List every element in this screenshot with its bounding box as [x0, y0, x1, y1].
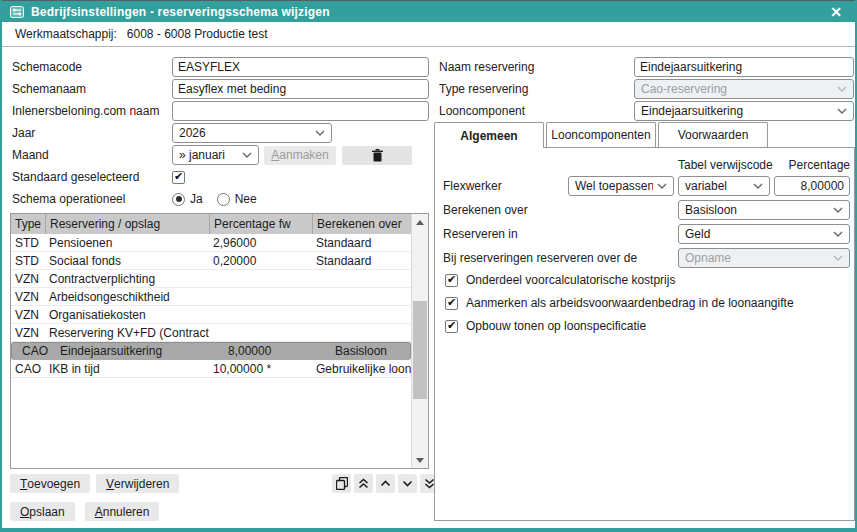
col-percentage: Percentage fw [209, 214, 312, 234]
radio-nee[interactable] [217, 193, 230, 206]
trash-icon [372, 149, 383, 162]
werkmaatschappij-label: Werkmaatschappij: [15, 27, 117, 41]
tab-looncomponenten[interactable]: Looncomponenten [546, 122, 656, 147]
schemacode-input[interactable] [172, 57, 429, 77]
copy-button[interactable] [332, 474, 351, 493]
reserveren-in-label: Reserveren in [443, 227, 678, 241]
schemanaam-input[interactable] [172, 79, 429, 99]
radio-ja[interactable] [172, 193, 185, 206]
reserveren-over-value: Opname [685, 251, 829, 265]
berekenen-over-label: Berekenen over [443, 203, 678, 217]
reserveringen-table: Type Reservering / opslag Percentage fw … [10, 213, 429, 469]
move-up-button[interactable] [376, 474, 395, 493]
verwijscode-select[interactable]: variabel [678, 176, 770, 196]
percentage-input[interactable] [774, 176, 850, 196]
algemeen-panel: Tabel verwijscode Percentage Flexwerker … [434, 147, 855, 521]
table-row[interactable]: VZNReservering KV+FD (Contract... [11, 324, 411, 342]
percentage-column-header: Percentage [774, 158, 850, 172]
chevron-down-icon [833, 231, 843, 237]
move-top-button[interactable] [354, 474, 373, 493]
delete-month-button[interactable] [342, 146, 412, 165]
opslaan-button[interactable]: Opslaan [10, 502, 75, 521]
naam-reservering-input[interactable] [634, 57, 854, 77]
jaar-select[interactable]: 2026 [172, 123, 332, 143]
naam-reservering-label: Naam reservering [439, 60, 634, 74]
move-down-button[interactable] [398, 474, 417, 493]
berekenen-over-value: Basisloon [685, 203, 829, 217]
schemanaam-label: Schemanaam [12, 82, 172, 96]
type-reservering-value: Cao-reservering [641, 82, 833, 96]
verwijderen-button[interactable]: Verwijderen [96, 474, 179, 493]
chevron-down-icon [833, 255, 843, 261]
chevron-up-icon [380, 480, 391, 487]
maand-select[interactable]: » januari [172, 145, 259, 165]
werkmaatschappij-value: 6008 - 6008 Productie test [127, 27, 268, 41]
table-row-selected[interactable]: CAOEindejaarsuitkering8,00000Basisloon [11, 342, 411, 360]
tab-voorwaarden[interactable]: Voorwaarden [658, 122, 768, 147]
table-row[interactable]: VZNOrganisatiekosten [11, 306, 411, 324]
col-berekenen: Berekenen over [312, 214, 411, 234]
dialog-window: Bedrijfsinstellingen - reserveringsschem… [0, 0, 857, 532]
berekenen-over-select[interactable]: Basisloon [678, 200, 850, 220]
standaard-checkbox[interactable] [172, 171, 185, 184]
table-row[interactable]: CAOIKB in tijd10,00000 *Gebruikelijke lo… [11, 360, 411, 378]
chevron-down-icon [837, 108, 847, 114]
title-bar: Bedrijfsinstellingen - reserveringsschem… [2, 0, 855, 22]
schema-form: Schemacode Schemanaam Inlenersbeloning.c… [12, 56, 429, 210]
jaar-value: 2026 [179, 126, 311, 140]
table-row[interactable]: STDSociaal fonds0,20000Standaard [11, 252, 411, 270]
col-type: Type [11, 214, 45, 234]
tab-algemeen[interactable]: Algemeen [434, 122, 544, 148]
opbouw-tonen-label: Opbouw tonen op loonspecificatie [466, 319, 646, 333]
operationeel-label: Schema operationeel [12, 192, 172, 206]
maand-value: » januari [179, 148, 238, 162]
window-icon [10, 6, 24, 18]
table-header: Type Reservering / opslag Percentage fw … [11, 214, 411, 234]
chevron-down-icon [837, 86, 847, 92]
arbeidsvoorwaardenbedrag-checkbox[interactable] [445, 297, 458, 310]
looncomponent-value: Eindejaarsuitkering [641, 104, 833, 118]
table-scrollbar[interactable] [411, 214, 428, 468]
operationeel-nee-option[interactable]: Nee [217, 192, 257, 206]
table-row[interactable]: VZNArbeidsongeschiktheid [11, 288, 411, 306]
tab-strip: Algemeen Looncomponenten Voorwaarden [434, 122, 768, 148]
jaar-label: Jaar [12, 126, 172, 140]
toepassen-value: Wel toepassen [575, 179, 653, 193]
type-reservering-select: Cao-reservering [634, 79, 854, 99]
flexwerker-label: Flexwerker [443, 179, 568, 193]
annuleren-button[interactable]: Annuleren [85, 502, 160, 521]
table-row[interactable]: VZNContractverplichting [11, 270, 411, 288]
double-chevron-up-icon [358, 478, 369, 489]
scroll-down-icon[interactable] [412, 452, 428, 468]
aanmaken-button[interactable]: Aanmaken [264, 146, 336, 165]
schemacode-label: Schemacode [12, 60, 172, 74]
toevoegen-button[interactable]: Toevoegen [10, 474, 90, 493]
opbouw-tonen-checkbox[interactable] [445, 320, 458, 333]
chevron-down-icon [753, 183, 763, 189]
scroll-up-icon[interactable] [412, 214, 428, 230]
flexwerker-toepassen-select[interactable]: Wel toepassen [568, 176, 674, 196]
verwijscode-column-header: Tabel verwijscode [678, 158, 773, 172]
reserveren-over-select: Opname [678, 248, 850, 268]
chevron-down-icon [833, 207, 843, 213]
maand-label: Maand [12, 148, 172, 162]
reserveren-in-select[interactable]: Geld [678, 224, 850, 244]
looncomponent-label: Looncomponent [439, 104, 634, 118]
arbeidsvoorwaardenbedrag-label: Aanmerken als arbeidsvoorwaardenbedrag i… [466, 296, 794, 310]
verwijscode-value: variabel [685, 179, 749, 193]
inlenersbeloning-label: Inlenersbeloning.com naam [12, 104, 172, 118]
close-icon[interactable]: ✕ [825, 2, 847, 22]
scrollbar-thumb[interactable] [413, 301, 427, 399]
table-row[interactable]: STDPensioenen2,96000Standaard [11, 234, 411, 252]
chevron-down-icon [242, 152, 252, 158]
col-reservering: Reservering / opslag [45, 214, 209, 234]
reserveren-in-value: Geld [685, 227, 829, 241]
chevron-down-icon [402, 480, 413, 487]
standaard-label: Standaard geselecteerd [12, 170, 172, 184]
looncomponent-select[interactable]: Eindejaarsuitkering [634, 101, 854, 121]
inlenersbeloning-input[interactable] [172, 101, 429, 121]
operationeel-ja-option[interactable]: Ja [172, 192, 203, 206]
reserveren-over-label: Bij reserveringen reserveren over de [443, 251, 678, 265]
nee-label: Nee [235, 192, 257, 206]
voorcalculatorische-checkbox[interactable] [445, 274, 458, 287]
